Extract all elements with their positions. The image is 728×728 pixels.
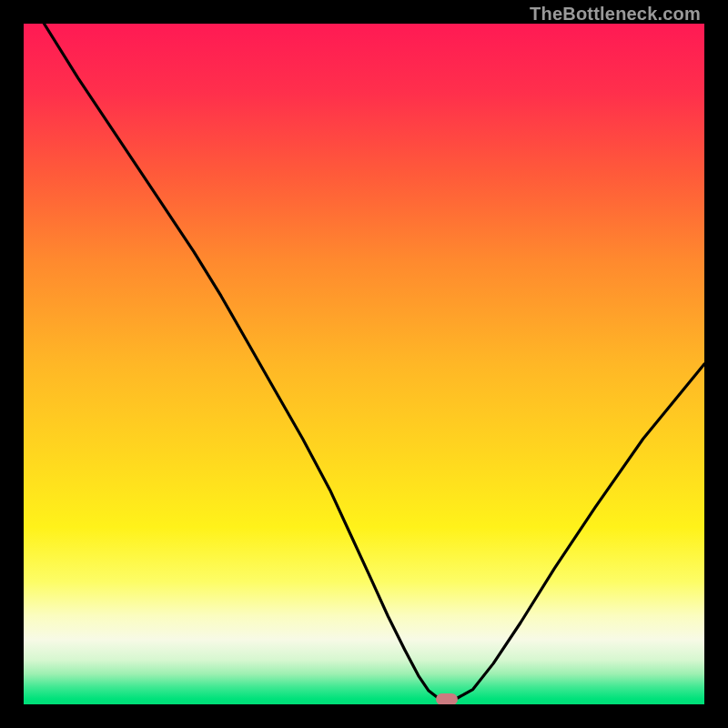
plot-area xyxy=(24,24,704,704)
optimum-marker xyxy=(436,693,458,704)
chart-stage: TheBottleneck.com xyxy=(0,0,728,728)
watermark-text: TheBottleneck.com xyxy=(530,4,701,25)
bottleneck-curve xyxy=(44,24,704,699)
curve-layer xyxy=(24,24,704,704)
